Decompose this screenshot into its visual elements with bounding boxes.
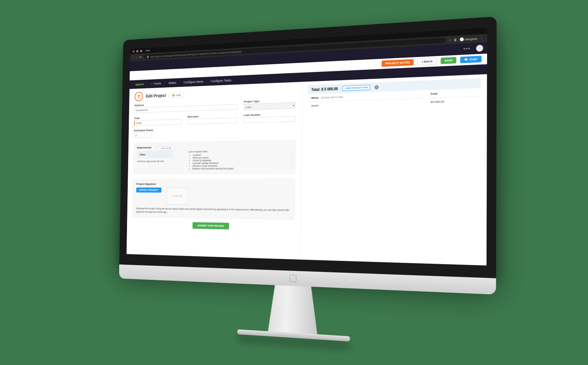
files-empty-text: Det finns inga poster att visa [137, 158, 179, 165]
nav-configure-tasks[interactable]: Configure Tasks [211, 78, 231, 83]
est-draws-label: Estimated Draws [134, 128, 182, 132]
add-row-button[interactable]: + ADD ROW [157, 146, 174, 151]
total-value: 5 000,00 [324, 87, 338, 91]
attachments-title: Attachments [137, 146, 152, 149]
window-close-icon[interactable] [132, 50, 135, 53]
os-window-title: Edit [146, 49, 150, 52]
project-type-value: Loan [245, 105, 251, 108]
project-type-select[interactable]: Loan ▾ [244, 102, 296, 110]
status-label: Draft [176, 93, 181, 97]
chat-icon: 💬 [464, 58, 468, 61]
item-cost: $5 000,00 [431, 99, 477, 104]
required-file-item: Permit (if available) [193, 159, 234, 162]
project-notes-button[interactable]: PROJECT NOTES [381, 59, 414, 67]
nav-home-label: Home [154, 82, 161, 85]
status-dot-icon [172, 94, 174, 97]
window-max-icon[interactable] [140, 50, 142, 52]
files-header: Files [137, 151, 173, 158]
brand-logo[interactable]: appivo [135, 82, 144, 86]
incognito-icon [460, 37, 463, 41]
total-input[interactable]: 5 000 [134, 119, 182, 125]
borrower-input[interactable] [188, 118, 237, 124]
right-pane: Total: $ 5 000,00 + NEW PROJECT ITEM i N… [300, 74, 487, 266]
attachments-panel: Attachments + ADD ROW Files Det finns in… [133, 140, 295, 174]
extension-icon[interactable]: ◧ [454, 38, 457, 42]
chat-label: CHAT [469, 57, 478, 61]
nav-configure-items[interactable]: Configure Items [183, 80, 203, 84]
avatar[interactable] [476, 45, 483, 52]
save-button[interactable]: SAVE [441, 57, 456, 64]
nav-states[interactable]: States [168, 81, 176, 84]
items-total-label: Total: $ 5 000,00 [311, 87, 338, 92]
app-body: T Edit Project Draft Address DoubleU26 [127, 74, 487, 266]
monitor-mockup: Edit ‹ › ⟳ 🔒 apps.appivo.com/s/app#/edit… [118, 16, 497, 351]
required-files-title: List of required files: [188, 150, 234, 153]
incognito-indicator: Inkognito [460, 37, 477, 41]
nav-back-icon[interactable]: ‹ [133, 56, 134, 59]
chat-button[interactable]: 💬 CHAT [460, 56, 482, 63]
submit-for-review-button[interactable]: SUBMIT FOR REVIEW [192, 222, 229, 229]
home-icon: ⌂ [151, 82, 153, 86]
required-file-item: Contract [193, 153, 234, 156]
required-file-item: Workers Comp Insurance [193, 164, 234, 167]
required-file-item: Plans and specs [193, 156, 234, 159]
required-file-item: Builders risk insurance naming the proje… [192, 167, 233, 170]
col-name-hint: (Double click to edit) [321, 96, 343, 99]
tenant-logo-icon: T [135, 92, 143, 101]
monitor-stand [260, 284, 326, 335]
window-min-icon[interactable] [136, 50, 138, 52]
nav-fwd-icon[interactable]: › [136, 56, 137, 59]
chevron-down-icon: ▾ [293, 104, 294, 107]
signature-title: Project Signature [136, 182, 291, 186]
reload-icon[interactable]: ⟳ [140, 56, 142, 59]
required-file-item: General Liability Insurance [193, 162, 234, 165]
item-name: ItemA [311, 101, 431, 108]
screen: Edit ‹ › ⟳ 🔒 apps.appivo.com/s/app#/edit… [127, 28, 487, 266]
more-icon[interactable]: ••• [463, 46, 471, 52]
col-cost: Cost [431, 91, 477, 96]
signature-help-text: Download the project using the above exp… [136, 207, 291, 215]
kebab-icon[interactable]: ⋮ [480, 36, 483, 40]
total-prefix: Total: $ [311, 87, 324, 92]
nav-home[interactable]: ⌂ Home [151, 82, 161, 86]
browser-right-icons: ☆ ◧ Inkognito ⋮ [448, 36, 483, 42]
required-files-list: List of required files: ContractPlans an… [188, 150, 234, 170]
lock-icon: 🔒 [147, 55, 149, 58]
star-icon[interactable]: ☆ [448, 38, 452, 42]
webcam-dot [294, 34, 297, 36]
col-name: Name [311, 96, 319, 100]
left-pane: T Edit Project Draft Address DoubleU26 [127, 82, 302, 260]
back-button[interactable]: < BACK [417, 57, 437, 65]
status-badge: Draft [169, 92, 184, 98]
signature-panel: Project Signature EXPORT PROJECT DROP FI… [132, 179, 295, 220]
page-title: Edit Project [146, 93, 166, 98]
signature-dropzone[interactable]: DROP FILE [167, 187, 188, 205]
incognito-label: Inkognito [465, 37, 477, 41]
new-project-item-button[interactable]: + NEW PROJECT ITEM [342, 85, 370, 91]
info-icon[interactable]: i [375, 85, 379, 89]
monitor-logo-icon [289, 274, 296, 282]
export-project-button[interactable]: EXPORT PROJECT [136, 187, 162, 192]
form-grid: Address DoubleU26 Project Type Loan ▾ To… [134, 98, 296, 138]
loan-number-input[interactable] [244, 116, 296, 123]
est-draws-input[interactable]: 2 [134, 132, 152, 138]
monitor-bezel: Edit ‹ › ⟳ 🔒 apps.appivo.com/s/app#/edit… [119, 16, 497, 278]
